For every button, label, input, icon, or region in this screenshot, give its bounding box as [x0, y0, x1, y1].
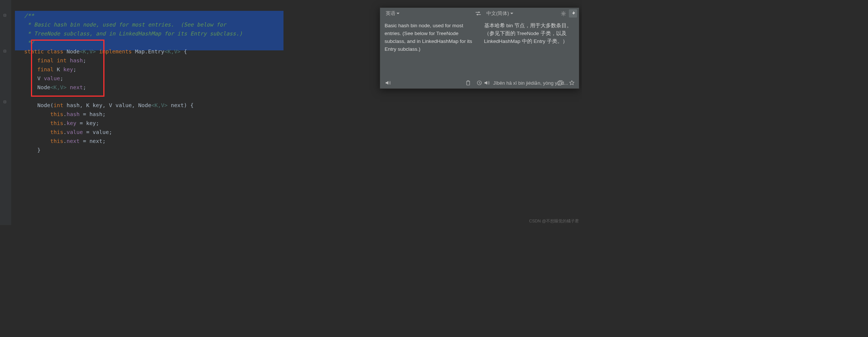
comment-line: /**: [24, 13, 34, 19]
history-icon: [477, 80, 482, 85]
delete-button[interactable]: [464, 79, 472, 87]
svg-point-0: [563, 13, 564, 14]
swap-languages-button[interactable]: [474, 9, 482, 18]
target-text: 基本哈希 bin 节点，用于大多数条目。 （参见下面的 TreeNode 子类，…: [484, 23, 572, 44]
source-language-selector[interactable]: 英语: [384, 9, 401, 18]
pin-icon: [570, 11, 576, 16]
chevron-down-icon: [397, 13, 399, 15]
assignment: this.key = key;: [11, 119, 582, 128]
constructor-declaration: Node(int hash, K key, V value, Node<K,V>…: [11, 101, 582, 110]
fold-icon[interactable]: [3, 100, 7, 104]
gear-icon: [561, 11, 566, 16]
translation-panel: 英语 中文(简体) Basic hash bin node, used for …: [380, 7, 579, 89]
svg-rect-2: [558, 81, 561, 85]
copy-button[interactable]: [556, 79, 564, 87]
assignment: this.next = next;: [11, 137, 582, 146]
speak-source-button[interactable]: [384, 79, 392, 87]
history-button[interactable]: [475, 79, 483, 87]
speaker-icon: [385, 80, 391, 85]
star-icon: [569, 80, 574, 85]
source-text: Basic hash bin node, used for most entri…: [385, 23, 472, 52]
target-language-label: 中文(简体): [486, 10, 509, 17]
assignment: this.value = value;: [11, 128, 582, 137]
target-language-selector[interactable]: 中文(简体): [485, 9, 515, 18]
trash-icon: [466, 80, 470, 85]
comment-line: * Basic hash bin node, used for most ent…: [24, 22, 226, 28]
target-text-area: 基本哈希 bin 节点，用于大多数条目。 （参见下面的 TreeNode 子类，…: [480, 19, 579, 77]
speak-target-button[interactable]: [483, 79, 491, 87]
chevron-down-icon: [510, 13, 513, 15]
speaker-icon: [484, 80, 490, 85]
assignment: this.hash = hash;: [11, 110, 582, 119]
watermark: CSDN @不想睡觉的橘子君: [529, 218, 579, 224]
brace-close: }: [11, 146, 582, 155]
translation-footer: Jīběn hā xī bin jiédiǎn, yòng yú d...: [380, 77, 579, 88]
comment-line: * TreeNode subclass, and in LinkedHashMa…: [24, 31, 242, 37]
copy-icon: [558, 80, 563, 85]
gutter: [0, 0, 11, 225]
translation-header: 英语 中文(简体): [380, 8, 579, 19]
favorite-button[interactable]: [568, 79, 576, 87]
highlight-box: [31, 40, 104, 97]
pin-button[interactable]: [569, 9, 577, 18]
translation-body: Basic hash bin node, used for most entri…: [380, 19, 579, 77]
fold-icon[interactable]: [3, 49, 7, 53]
source-text-area[interactable]: Basic hash bin node, used for most entri…: [380, 19, 480, 77]
settings-button[interactable]: [559, 9, 567, 18]
fold-icon[interactable]: [3, 13, 7, 17]
source-language-label: 英语: [386, 10, 395, 17]
